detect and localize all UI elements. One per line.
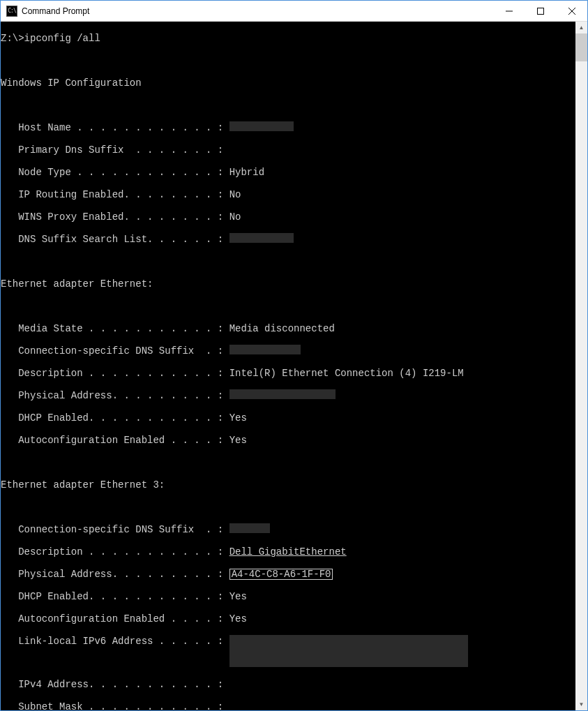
- terminal-output[interactable]: Z:\>ipconfig /all Windows IP Configurati…: [1, 22, 575, 710]
- redacted-value: [229, 523, 270, 533]
- media-state-value: Media disconnected: [229, 323, 335, 334]
- dhcp-value: Yes: [229, 412, 247, 424]
- description-label: Description . . . . . . . . . . . :: [1, 546, 229, 557]
- primary-dns-label: Primary Dns Suffix . . . . . . . :: [1, 144, 229, 156]
- window-title: Command Prompt: [22, 6, 493, 16]
- wins-proxy-value: No: [229, 211, 241, 223]
- conn-dns-label: Connection-specific DNS Suffix . :: [1, 524, 229, 535]
- cmd-icon: C:\: [6, 6, 17, 17]
- ip-routing-label: IP Routing Enabled. . . . . . . . :: [1, 189, 229, 200]
- description-value: Dell GigabitEthernet: [229, 546, 347, 557]
- physical-address-value: A4-4C-C8-A6-1F-F0: [229, 569, 333, 580]
- redacted-value: [229, 389, 336, 399]
- description-label: Description . . . . . . . . . . . :: [1, 368, 229, 379]
- autoconf-label: Autoconfiguration Enabled . . . . :: [1, 613, 229, 624]
- dhcp-label: DHCP Enabled. . . . . . . . . . . :: [1, 412, 229, 424]
- title-bar: C:\ Command Prompt: [1, 1, 587, 22]
- autoconf-label: Autoconfiguration Enabled . . . . :: [1, 435, 229, 446]
- media-state-label: Media State . . . . . . . . . . . :: [1, 323, 229, 334]
- ip-routing-value: No: [229, 189, 241, 200]
- command-text: ipconfig /all: [24, 33, 100, 44]
- scroll-down-arrow-icon[interactable]: ▼: [575, 698, 587, 710]
- section-heading: Windows IP Configuration: [1, 77, 142, 89]
- close-button[interactable]: [556, 1, 587, 21]
- subnet-label: Subnet Mask . . . . . . . . . . . :: [1, 701, 229, 710]
- ipv4-label: IPv4 Address. . . . . . . . . . . :: [1, 679, 229, 690]
- svg-rect-1: [537, 8, 543, 14]
- redacted-value: [229, 233, 294, 243]
- section-heading: Ethernet adapter Ethernet 3:: [1, 479, 165, 491]
- minimize-button[interactable]: [493, 1, 525, 21]
- window-controls: [493, 1, 587, 21]
- autoconf-value: Yes: [229, 613, 247, 624]
- section-heading: Ethernet adapter Ethernet:: [1, 278, 153, 290]
- vertical-scrollbar[interactable]: ▲ ▼: [575, 22, 587, 710]
- dhcp-value: Yes: [229, 591, 247, 602]
- dhcp-label: DHCP Enabled. . . . . . . . . . . :: [1, 591, 229, 602]
- scroll-track[interactable]: [575, 33, 587, 698]
- redacted-value: [229, 345, 301, 354]
- conn-dns-label: Connection-specific DNS Suffix . :: [1, 345, 229, 357]
- maximize-button[interactable]: [525, 1, 556, 21]
- scroll-thumb[interactable]: [575, 33, 587, 61]
- description-value: Intel(R) Ethernet Connection (4) I219-LM: [229, 368, 464, 379]
- wins-proxy-label: WINS Proxy Enabled. . . . . . . . :: [1, 211, 229, 223]
- redacted-value: [229, 635, 468, 667]
- scroll-up-arrow-icon[interactable]: ▲: [575, 22, 587, 33]
- dns-search-label: DNS Suffix Search List. . . . . . :: [1, 234, 229, 245]
- redacted-value: [229, 121, 294, 131]
- node-type-value: Hybrid: [229, 167, 264, 178]
- prompt: Z:\>: [1, 33, 24, 44]
- physical-address-label: Physical Address. . . . . . . . . :: [1, 390, 229, 401]
- autoconf-value: Yes: [229, 435, 247, 446]
- node-type-label: Node Type . . . . . . . . . . . . :: [1, 167, 229, 178]
- ipv6-label: Link-local IPv6 Address . . . . . :: [1, 636, 229, 647]
- physical-address-label: Physical Address. . . . . . . . . :: [1, 569, 229, 580]
- host-name-label: Host Name . . . . . . . . . . . . :: [1, 122, 229, 133]
